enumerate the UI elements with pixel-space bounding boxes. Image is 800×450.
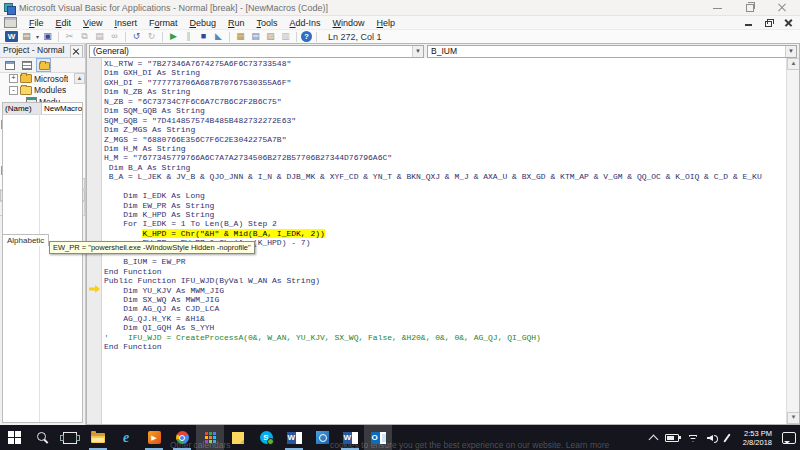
code-line: SQM_GQB = "7D414857574B485B482732272E63" — [104, 116, 786, 125]
file-explorer-icon[interactable] — [84, 425, 112, 450]
tree-item-modules[interactable]: -Modules — [0, 85, 85, 97]
sticky-notes-icon[interactable] — [224, 425, 252, 450]
help-button[interactable]: ? — [301, 31, 312, 42]
undo-button[interactable]: ↺ — [130, 31, 143, 42]
menu-tools[interactable]: Tools — [251, 18, 284, 28]
outlook-icon[interactable]: O — [364, 425, 392, 450]
menu-edit[interactable]: Edit — [50, 18, 78, 28]
taskbar: Other calendars cookies to ensure you ge… — [0, 425, 800, 450]
vba-app-icon — [4, 3, 14, 13]
code-line: Dim N_ZB As String — [104, 87, 786, 96]
code-line: Dim QI_GQH As S_YYH — [104, 323, 786, 332]
minimize-button[interactable] — [702, 0, 734, 15]
menu-run[interactable]: Run — [222, 18, 251, 28]
menu-debug[interactable]: Debug — [183, 18, 222, 28]
code-line — [104, 182, 786, 191]
clock-time: 2:53 PM — [744, 429, 772, 438]
internet-explorer-icon: e — [123, 431, 129, 445]
object-browser-button[interactable]: ▥ — [279, 31, 292, 42]
media-player-icon[interactable]: ▶ — [140, 425, 168, 450]
collapse-icon[interactable]: - — [9, 86, 18, 95]
copy-button[interactable]: ⧉ — [78, 31, 91, 42]
code-line: Dim SQM_GQB As String — [104, 106, 786, 115]
vba-editor-screen: Microsoft Visual Basic for Applications … — [0, 0, 800, 450]
procedure-dropdown[interactable]: B_IUM ▼ — [427, 45, 797, 58]
menu-file[interactable]: File — [23, 18, 50, 28]
skype-icon[interactable]: S — [252, 425, 280, 450]
run-button[interactable]: ▶ — [167, 31, 180, 42]
close-button[interactable] — [766, 0, 798, 15]
code-line: ' IFU_WJD = CreateProcessA(0&, W_AN, YU_… — [104, 333, 786, 342]
view-object-button[interactable] — [19, 58, 34, 72]
menu-help[interactable]: Help — [371, 18, 402, 28]
network-indicator[interactable] — [687, 433, 699, 442]
tree-scroll-up-icon[interactable]: ▲ — [74, 73, 85, 84]
view-microsoft-word-button[interactable]: W — [5, 31, 18, 42]
tab-alphabetic[interactable]: Alphabetic — [2, 234, 49, 246]
paste-button[interactable]: ▤ — [93, 31, 106, 42]
outlook-icon: O — [371, 432, 386, 444]
task-view-button[interactable] — [56, 425, 84, 450]
blue-app-icon[interactable] — [308, 425, 336, 450]
word-icon[interactable]: W — [280, 425, 308, 450]
code-line: End Function — [104, 267, 786, 276]
toolbar-separator — [125, 32, 126, 42]
battery-indicator[interactable] — [665, 434, 679, 442]
property-row[interactable]: (Name) NewMacros — [3, 103, 82, 115]
save-button[interactable]: ▣ — [41, 31, 54, 42]
word-icon-2[interactable]: W — [336, 425, 364, 450]
property-value[interactable]: NewMacros — [42, 103, 82, 114]
toolbox-button[interactable]: ▨ — [264, 31, 277, 42]
tree-item-microsoft[interactable]: +Microsoft — [0, 73, 85, 85]
project-close-icon[interactable] — [70, 45, 83, 58]
view-code-button[interactable] — [2, 58, 17, 72]
chevron-down-icon[interactable]: ▼ — [785, 46, 796, 57]
break-button[interactable]: ∥ — [182, 31, 195, 42]
find-button[interactable]: ∞ — [108, 31, 121, 42]
object-dropdown[interactable]: (General) ▼ — [89, 45, 424, 58]
start-button[interactable] — [0, 425, 28, 450]
chevron-down-icon[interactable]: ▼ — [412, 46, 423, 57]
design-mode-button[interactable]: ◣ — [212, 31, 225, 42]
properties-window-button[interactable]: ▤ — [249, 31, 262, 42]
grid-app-icon[interactable] — [196, 425, 224, 450]
code-line: Dim Z_MGS As String — [104, 125, 786, 134]
window-titlebar: Microsoft Visual Basic for Applications … — [0, 0, 800, 16]
chrome-icon[interactable] — [168, 425, 196, 450]
internet-explorer-icon[interactable]: e — [112, 425, 140, 450]
menu-format[interactable]: Format — [143, 18, 184, 28]
code-vscrollbar[interactable]: ▲ ▼ — [786, 58, 799, 424]
volume-indicator[interactable] — [707, 433, 718, 442]
insert-userform-button[interactable]: ▤▾ — [20, 31, 33, 42]
taskbar-clock[interactable]: 2:53 PM 2/8/2018 — [736, 429, 772, 447]
menubar-items: FileEditViewInsertFormatDebugRunToolsAdd… — [23, 18, 401, 28]
redo-button[interactable]: ↻ — [145, 31, 158, 42]
pen-settings[interactable] — [726, 433, 728, 443]
action-center-button[interactable] — [780, 432, 796, 444]
clock-date: 2/8/2018 — [743, 438, 772, 447]
reset-button[interactable]: ■ — [197, 31, 210, 42]
scroll-up-icon[interactable]: ▲ — [787, 58, 799, 70]
menu-insert[interactable]: Insert — [108, 18, 143, 28]
scroll-down-icon[interactable]: ▼ — [787, 412, 799, 424]
folder-icon — [20, 74, 32, 83]
toggle-folders-button[interactable] — [36, 58, 51, 72]
project-explorer-button[interactable]: ▦ — [234, 31, 247, 42]
view-object-icon — [22, 61, 32, 70]
toolbar-separator — [229, 32, 230, 42]
child-restore-button[interactable] — [763, 17, 774, 28]
code-line: Dim I_EDK As Long — [104, 191, 786, 200]
search-button[interactable] — [28, 425, 56, 450]
expand-icon[interactable]: + — [9, 74, 18, 83]
cut-button[interactable]: ✂ — [63, 31, 76, 42]
tree-item-label: Modules — [34, 85, 66, 95]
code-line: Dim K_HPD As String — [104, 210, 786, 219]
menu-add-ins[interactable]: Add-Ins — [284, 18, 327, 28]
folder-open-icon — [20, 86, 32, 95]
child-close-button[interactable] — [783, 17, 794, 28]
menu-window[interactable]: Window — [327, 18, 371, 28]
menu-view[interactable]: View — [77, 18, 108, 28]
tray-overflow-button[interactable] — [650, 433, 657, 443]
child-minimize-button[interactable] — [743, 17, 754, 28]
restore-button[interactable] — [734, 0, 766, 15]
